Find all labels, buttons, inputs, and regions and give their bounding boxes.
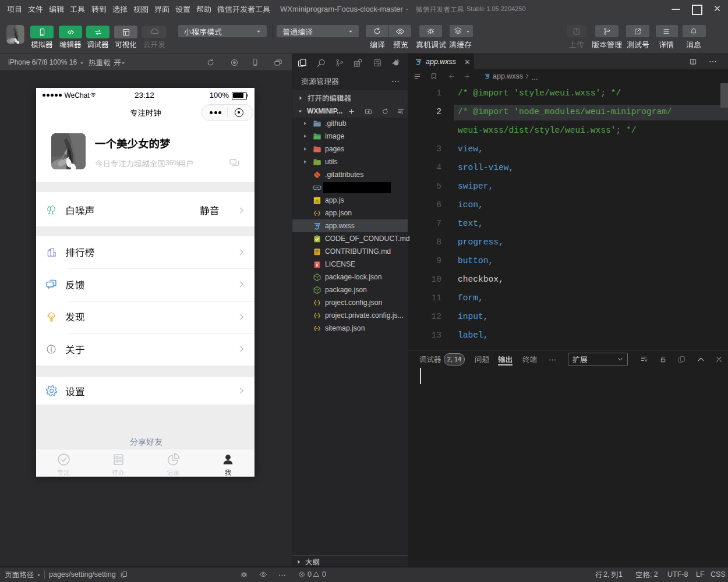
svg-text:JS: JS	[314, 199, 320, 203]
